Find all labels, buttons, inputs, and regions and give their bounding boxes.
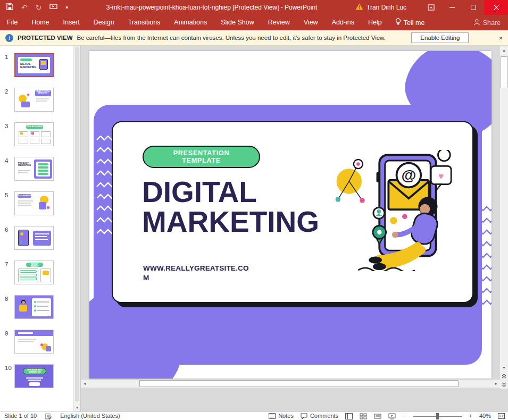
undo-icon[interactable]: ↶ <box>21 4 28 11</box>
tab-insert[interactable]: Insert <box>56 15 87 30</box>
thumbnail-decor-shape <box>20 270 37 273</box>
save-icon[interactable] <box>6 3 13 12</box>
slide-thumbnail-10[interactable]: FOR MORE INFO CONTACT US <box>14 364 54 388</box>
thumbnail-decor-shape <box>37 310 49 311</box>
scroll-down-icon[interactable]: ▼ <box>500 363 508 372</box>
thumbnail-scrollbar-thumb[interactable] <box>75 47 79 401</box>
horizontal-scrollbar-track[interactable] <box>89 380 492 388</box>
quick-access-toolbar: ↶ ↻ ▾ <box>0 3 68 12</box>
slide-thumbnail-panel: 1 DIGITAL MARKETING 2 WHAT IS DIGITAL MA… <box>0 46 81 411</box>
slide-indicator[interactable]: Slide 1 of 10 <box>4 412 37 420</box>
thumbnail-decor-shape <box>34 305 36 307</box>
thumbnail-decor-shape <box>37 306 48 307</box>
slide-thumbnail-9[interactable] <box>14 330 54 354</box>
thumbnail-caption: PRODUCT MARKETING <box>18 162 32 167</box>
badge-line-2: TEMPLATE <box>182 157 221 164</box>
slide-number-1: 1 <box>0 53 14 60</box>
vertical-scrollbar[interactable]: ▲ ▼ <box>500 46 508 389</box>
zoom-slider-thumb[interactable] <box>436 413 439 419</box>
vertical-scrollbar-track[interactable] <box>500 54 508 363</box>
ribbon-display-options-button[interactable] <box>420 0 442 15</box>
zoom-slider[interactable] <box>413 413 462 419</box>
account-info[interactable]: Tran Dinh Luc <box>355 3 406 12</box>
language-indicator[interactable]: English (United States) <box>60 412 120 420</box>
zoom-level[interactable]: 40% <box>479 412 491 420</box>
enable-editing-button[interactable]: Enable Editing <box>411 32 469 43</box>
close-button[interactable] <box>484 0 508 15</box>
slide-thumbnail-3[interactable]: OUR ACTIVITIES <box>14 122 54 146</box>
warning-icon <box>355 3 363 12</box>
tab-file[interactable]: File <box>0 15 24 30</box>
zoom-out-button[interactable]: − <box>403 412 406 420</box>
thumbnail-decor-shape <box>21 102 30 107</box>
thumbnail-scroll-down-icon[interactable]: ▼ <box>74 404 80 411</box>
thumbnail-decor-shape <box>34 301 36 303</box>
thumbnail-decor-shape <box>18 332 33 334</box>
thumbnail-decor-shape <box>19 139 28 144</box>
thumbnail-scrollbar[interactable]: ▼ <box>73 46 80 411</box>
infobar-close-icon[interactable]: × <box>498 34 503 42</box>
horizontal-scrollbar[interactable]: ◄ ► <box>81 380 500 388</box>
horizontal-scrollbar-thumb[interactable] <box>139 380 459 387</box>
redo-icon[interactable]: ↻ <box>36 4 42 11</box>
digital-marketing-illustration: @ ♥ <box>329 150 455 271</box>
window-title: 3-mkt-mau-powerpoint-khoa-luan-tot-nghie… <box>68 4 355 11</box>
scroll-left-icon[interactable]: ◄ <box>81 380 89 388</box>
tab-review[interactable]: Review <box>261 15 297 30</box>
thumbnail-decor-shape <box>38 170 48 172</box>
zoom-in-button[interactable]: + <box>469 412 472 420</box>
slide-number-4: 4 <box>0 157 14 164</box>
tab-slide-show[interactable]: Slide Show <box>214 15 261 30</box>
thumbnail-decor-shape <box>18 205 32 206</box>
tab-animations[interactable]: Animations <box>167 15 214 30</box>
notes-button[interactable]: Notes <box>269 412 294 420</box>
minimize-button[interactable] <box>442 0 463 15</box>
thumbnail-decor-shape <box>38 173 48 175</box>
slide-canvas-area: PRESENTATION TEMPLATE DIGITAL MARKETING … <box>81 46 508 411</box>
thumbnail-decor-shape <box>26 377 43 379</box>
thumbnail-decor-shape <box>36 100 47 102</box>
share-button[interactable]: Share <box>473 19 508 27</box>
tab-home[interactable]: Home <box>24 15 56 30</box>
slide-sorter-view-button[interactable] <box>360 413 367 419</box>
maximize-button[interactable] <box>463 0 484 15</box>
scroll-right-icon[interactable]: ► <box>492 380 500 388</box>
slide-thumbnail-7[interactable]: TARGET MARKET <box>14 261 54 284</box>
slide-1-canvas[interactable]: PRESENTATION TEMPLATE DIGITAL MARKETING … <box>89 51 492 379</box>
vertical-scrollbar-thumb[interactable] <box>501 56 507 88</box>
tab-design[interactable]: Design <box>87 15 121 30</box>
thumbnail-decor-shape <box>22 301 25 304</box>
thumbnail-decor-shape <box>37 301 49 303</box>
slide-thumbnail-2[interactable]: WHAT IS DIGITAL MARKETING? <box>14 88 54 112</box>
thumbnail-caption: WHAT IS DIGITAL MARKETING? <box>36 91 51 95</box>
tab-view[interactable]: View <box>297 15 325 30</box>
proofing-icon[interactable] <box>45 413 52 419</box>
slide-thumbnail-8[interactable] <box>14 295 54 319</box>
thumbnail-decor-shape <box>18 203 31 204</box>
slide-thumbnail-6[interactable] <box>14 226 54 250</box>
scroll-up-icon[interactable]: ▲ <box>500 46 508 54</box>
tab-help[interactable]: Help <box>361 15 389 30</box>
tab-transitions[interactable]: Transitions <box>121 15 168 30</box>
next-slide-button[interactable] <box>500 380 508 389</box>
slide-show-view-button[interactable] <box>388 413 396 419</box>
chevron-pattern-right <box>474 206 492 313</box>
slideshow-icon[interactable] <box>49 3 57 12</box>
avatar-chip <box>373 207 385 219</box>
slide-thumbnail-4[interactable]: PRODUCT MARKETING <box>14 157 54 181</box>
slide-thumbnail-1[interactable]: DIGITAL MARKETING <box>14 53 54 77</box>
comments-button[interactable]: Comments <box>301 412 338 420</box>
reading-view-button[interactable] <box>374 413 381 419</box>
thumbnail-scrollbar-track[interactable] <box>74 46 80 404</box>
previous-slide-button[interactable] <box>500 372 508 380</box>
tell-me-box[interactable]: Tell me <box>389 18 431 27</box>
normal-view-button[interactable] <box>345 413 353 419</box>
title-card[interactable]: PRESENTATION TEMPLATE DIGITAL MARKETING … <box>112 121 473 303</box>
thumbnail-caption: FOR MORE INFO CONTACT US <box>24 369 45 373</box>
slide-number-2: 2 <box>0 88 14 95</box>
slide-thumbnail-5[interactable]: EXPLANATION <box>14 191 54 215</box>
slide-title: DIGITAL MARKETING <box>142 177 319 237</box>
fit-slide-icon[interactable] <box>498 413 505 419</box>
svg-text:♥: ♥ <box>438 171 444 181</box>
tab-add-ins[interactable]: Add-ins <box>325 15 361 30</box>
